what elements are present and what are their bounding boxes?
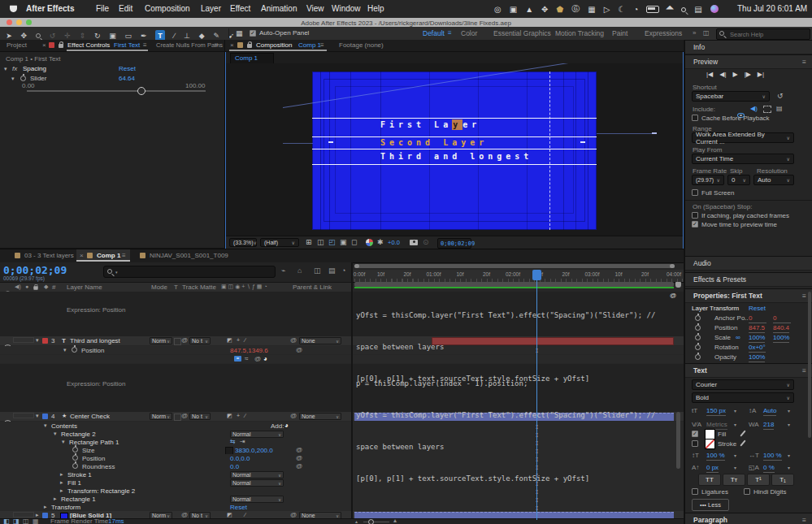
cache-before-playback-checkbox[interactable] bbox=[692, 115, 698, 121]
rotation-value[interactable]: 0x+0° bbox=[749, 344, 766, 353]
transform-rectangle2-label[interactable]: Transform: Rectangle 2 bbox=[67, 487, 135, 495]
all-caps-button[interactable]: TT bbox=[698, 474, 721, 486]
font-size-value[interactable]: 150 px bbox=[706, 407, 726, 416]
roundness-label[interactable]: Roundness bbox=[82, 463, 115, 470]
time-machine-icon[interactable]: ◔ bbox=[633, 5, 638, 14]
workspace-panel-icon[interactable]: ◫ bbox=[703, 29, 710, 37]
group-expand-icon[interactable]: ▸ bbox=[60, 471, 63, 478]
stopwatch-icon[interactable] bbox=[72, 455, 78, 461]
paragraph-panel-menu-icon[interactable]: ≡ bbox=[802, 516, 806, 524]
parent-dropdown[interactable]: None∨ bbox=[299, 337, 341, 344]
collapse-switch-icon[interactable]: ◩ bbox=[227, 413, 232, 419]
property-expand-icon[interactable]: ▾ bbox=[63, 347, 67, 353]
auto-open-panel-checkbox[interactable] bbox=[250, 30, 256, 37]
stroke-enabled-checkbox[interactable] bbox=[692, 440, 698, 447]
skip-dropdown[interactable]: 0∨ bbox=[727, 175, 750, 185]
play-cached-frames-checkbox[interactable] bbox=[692, 212, 698, 219]
comp-marker-bin-icon[interactable] bbox=[675, 282, 681, 288]
stopwatch-icon[interactable] bbox=[20, 76, 26, 81]
workspace-essential-graphics[interactable]: Essential Graphics bbox=[493, 29, 551, 37]
zoom-level-dropdown[interactable]: (33.3%)∨ bbox=[229, 238, 257, 247]
anchor-x-value[interactable]: 0 bbox=[749, 314, 766, 323]
comp-text-third-layer[interactable]: Third and longest bbox=[380, 152, 532, 161]
tracking-value[interactable]: 218 bbox=[763, 421, 774, 430]
text-panel-header[interactable]: Text ≡ bbox=[685, 363, 812, 378]
panel-grid-icon[interactable]: ▦ bbox=[236, 29, 243, 37]
full-screen-checkbox[interactable] bbox=[692, 189, 698, 196]
last-frame-button[interactable]: ▶| bbox=[758, 71, 764, 78]
transform-label[interactable]: Transform bbox=[51, 504, 80, 511]
tsume-value[interactable]: 0 % bbox=[763, 464, 775, 473]
grammarly-icon[interactable]: Ⓖ bbox=[571, 3, 580, 15]
position-y-value[interactable]: 840.4 bbox=[773, 324, 789, 333]
workspace-expressions[interactable]: Expressions bbox=[645, 29, 682, 37]
property-pickwhip-icon[interactable]: @ bbox=[296, 454, 302, 461]
stopwatch-icon[interactable] bbox=[72, 447, 78, 453]
effect-expand-icon[interactable]: ▾ bbox=[4, 65, 7, 73]
column-track-matte[interactable]: Track Matte bbox=[182, 284, 216, 292]
graph-editor-toggle-icon[interactable]: ◫ bbox=[23, 518, 29, 524]
track-matte-dropdown[interactable]: No t∨ bbox=[189, 413, 211, 420]
matte-pickwhip-icon[interactable]: @ bbox=[181, 336, 188, 344]
rectangle-path1-label[interactable]: Rectangle Path 1 bbox=[69, 439, 119, 446]
column-mode[interactable]: Mode bbox=[151, 284, 167, 292]
play-from-dropdown[interactable]: Current Time∨ bbox=[692, 154, 794, 164]
parent-dropdown[interactable]: None∨ bbox=[299, 413, 341, 420]
composition-mini-flowchart-icon[interactable]: ⌁ bbox=[281, 266, 285, 275]
timeline-tab-ninjav[interactable]: NINJAV_S001_S001_T009 bbox=[150, 252, 228, 260]
layer-label-color[interactable] bbox=[42, 414, 48, 419]
search-help-box[interactable] bbox=[716, 28, 810, 40]
position-x-value[interactable]: 847.5 bbox=[749, 324, 765, 333]
hindi-digits-checkbox[interactable] bbox=[744, 488, 750, 495]
resolution-dropdown[interactable]: (Half)∨ bbox=[260, 238, 299, 247]
leading-value[interactable]: Auto bbox=[763, 407, 776, 416]
timeline-search-box[interactable]: ▾ bbox=[103, 266, 276, 278]
siri-icon[interactable] bbox=[710, 5, 719, 13]
small-caps-button[interactable]: Tт bbox=[723, 474, 745, 486]
workspace-motion-tracking[interactable]: Motion Tracking bbox=[555, 29, 604, 37]
menu-animation[interactable]: Animation bbox=[261, 4, 297, 13]
viewer-timecode-box[interactable]: 0;00;02;09 bbox=[437, 238, 471, 249]
spotlight-icon[interactable] bbox=[681, 5, 686, 14]
track-matte-dropdown[interactable]: No t∨ bbox=[189, 337, 211, 344]
navigator-right-handle[interactable] bbox=[670, 264, 675, 268]
comp-text-second-layer[interactable]: Second Layer bbox=[380, 138, 488, 147]
zoom-in-mountain-icon[interactable]: ▴ bbox=[393, 517, 397, 524]
keyboard-icon[interactable]: ▦ bbox=[588, 5, 595, 14]
stopwatch-icon[interactable] bbox=[72, 463, 78, 469]
effect-slider-track[interactable] bbox=[27, 90, 206, 92]
export-frame-icon[interactable]: ▤ bbox=[776, 105, 783, 112]
horizontal-scale-chevron-icon[interactable]: ▾ bbox=[788, 452, 790, 460]
apple-menu-icon[interactable] bbox=[10, 3, 17, 12]
preserve-transparency-cell[interactable] bbox=[174, 338, 181, 345]
effect-slider-knob[interactable] bbox=[137, 87, 145, 95]
parent-pickwhip-icon[interactable]: @ bbox=[290, 412, 297, 419]
property-pickwhip-icon[interactable]: @ bbox=[296, 346, 302, 353]
box-drive-icon[interactable]: ▲ bbox=[525, 5, 533, 14]
group-expand-icon[interactable]: ▸ bbox=[44, 504, 47, 510]
tab-composition-menu-icon[interactable]: ≡ bbox=[320, 41, 324, 50]
tab-footage[interactable]: Footage (none) bbox=[339, 41, 384, 50]
properties-panel-menu-icon[interactable]: ≡ bbox=[802, 292, 806, 300]
pixel-aspect-icon[interactable]: ◻ bbox=[351, 238, 357, 246]
tab-composition-name[interactable]: Comp 1 bbox=[298, 41, 321, 50]
menu-file[interactable]: File bbox=[96, 4, 109, 13]
frame-rate-dropdown[interactable]: (29.97)∨ bbox=[692, 175, 724, 185]
timeline-tab-comp1[interactable]: × Comp 1 ≡ bbox=[76, 249, 130, 262]
layer-name[interactable]: Center Check bbox=[70, 413, 110, 420]
layer-name[interactable]: Third and longest bbox=[70, 337, 120, 344]
expression-pickwhip-icon[interactable]: @ bbox=[254, 355, 261, 362]
stopwatch-icon[interactable] bbox=[695, 344, 701, 350]
effects-switch-icon[interactable]: + bbox=[237, 337, 240, 343]
menu-effect[interactable]: Effect bbox=[230, 4, 250, 13]
anchor-y-value[interactable]: 0 bbox=[773, 314, 791, 323]
fill1-label[interactable]: Fill 1 bbox=[67, 479, 81, 487]
shape-position-label[interactable]: Position bbox=[82, 455, 105, 462]
parent-pickwhip-icon[interactable]: @ bbox=[290, 511, 297, 518]
time-ruler[interactable]: 0:00f 10f 20f 01:00f 10f 20f 02:00f 10f … bbox=[353, 270, 684, 283]
tab-effect-controls-menu-icon[interactable]: ≡ bbox=[143, 41, 147, 50]
viewer-subtab-comp1[interactable]: Comp 1 bbox=[230, 53, 274, 64]
collapse-switch-icon[interactable]: ◩ bbox=[227, 337, 232, 344]
matte-pickwhip-icon[interactable]: @ bbox=[181, 412, 188, 419]
play-icon[interactable]: ▷ bbox=[604, 5, 610, 14]
